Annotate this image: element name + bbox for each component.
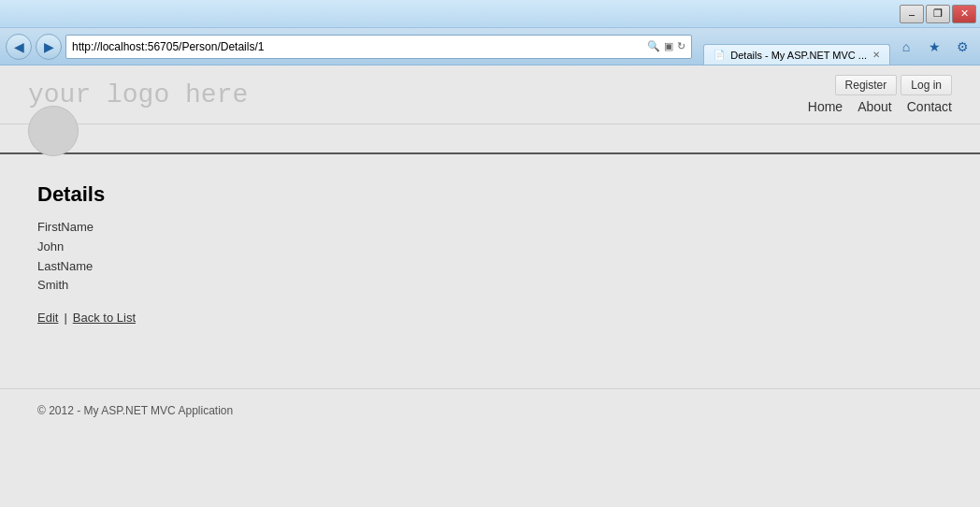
header-right: Register Log in Home About Contact — [808, 75, 952, 114]
title-bar-controls: – ❐ ✕ — [900, 5, 976, 23]
actions: Edit | Back to List — [37, 311, 943, 325]
nav-about[interactable]: About — [858, 99, 892, 114]
refresh-icon: ↻ — [677, 40, 685, 52]
edit-link[interactable]: Edit — [37, 311, 58, 325]
nav-bar: ◀ ▶ 🔍 ▣ ↻ 📄 Details - My ASP.NET MVC ...… — [0, 28, 980, 65]
auth-buttons: Register Log in — [835, 75, 952, 95]
nav-home[interactable]: Home — [808, 99, 843, 114]
address-bar[interactable]: 🔍 ▣ ↻ — [65, 35, 692, 59]
address-input[interactable] — [72, 40, 647, 53]
site-logo: your logo here — [28, 80, 248, 109]
site-header: your logo here Register Log in Home Abou… — [0, 65, 980, 124]
nav-links: Home About Contact — [808, 99, 952, 114]
login-button[interactable]: Log in — [901, 75, 952, 95]
browser-window: – ❐ ✕ ◀ ▶ 🔍 ▣ ↻ 📄 Details - My ASP.NET M… — [0, 0, 980, 507]
footer-text: © 2012 - My ASP.NET MVC Application — [37, 404, 233, 417]
tab-label: Details - My ASP.NET MVC ... — [730, 50, 867, 61]
active-tab[interactable]: 📄 Details - My ASP.NET MVC ... ✕ — [703, 44, 890, 65]
lastname-value: Smith — [37, 276, 943, 296]
restore-button[interactable]: ❐ — [926, 5, 950, 23]
compat-icon: ▣ — [664, 40, 673, 52]
minimize-button[interactable]: – — [900, 5, 924, 23]
site-content: Details FirstName John LastName Smith Ed… — [0, 154, 980, 388]
lastname-label: LastName — [37, 257, 943, 277]
firstname-value: John — [37, 238, 943, 257]
search-icon: 🔍 — [647, 40, 660, 52]
favorites-icon[interactable]: ★ — [922, 35, 946, 59]
firstname-label: FirstName — [37, 218, 943, 238]
home-icon[interactable]: ⌂ — [894, 35, 918, 59]
register-button[interactable]: Register — [835, 75, 898, 95]
tab-close-button[interactable]: ✕ — [872, 50, 880, 60]
settings-icon[interactable]: ⚙ — [950, 35, 974, 59]
action-separator: | — [64, 311, 66, 325]
avatar — [28, 106, 79, 156]
forward-button[interactable]: ▶ — [36, 34, 62, 60]
close-button[interactable]: ✕ — [952, 5, 976, 23]
site-footer: © 2012 - My ASP.NET MVC Application — [0, 388, 980, 432]
page-title: Details — [37, 182, 943, 207]
address-icons: 🔍 ▣ ↻ — [647, 40, 685, 52]
back-button[interactable]: ◀ — [6, 34, 32, 60]
back-to-list-link[interactable]: Back to List — [73, 311, 136, 325]
nav-contact[interactable]: Contact — [907, 99, 952, 114]
tab-favicon: 📄 — [713, 50, 725, 60]
title-bar: – ❐ ✕ — [0, 0, 980, 28]
page-wrapper: your logo here Register Log in Home Abou… — [0, 65, 980, 507]
